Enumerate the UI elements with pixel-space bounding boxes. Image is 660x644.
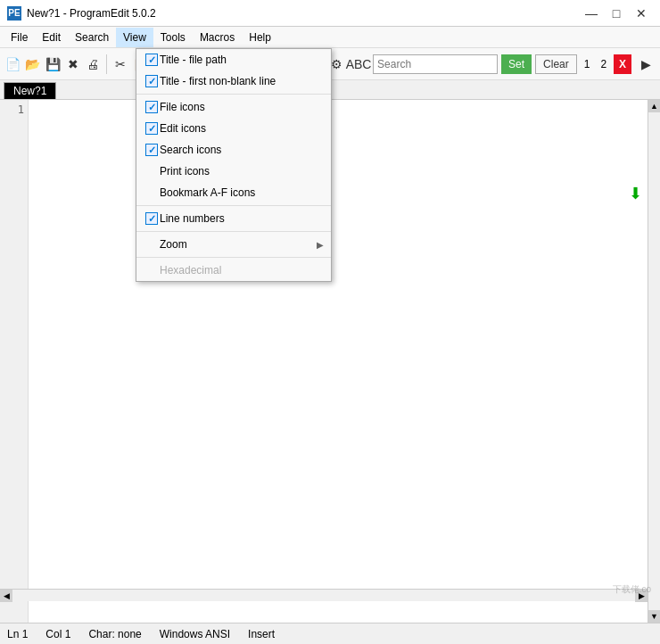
cut-button[interactable]: ✂ xyxy=(111,54,129,75)
scroll-right: ▲ ▼ xyxy=(648,100,660,623)
menu-search[interactable]: Search xyxy=(68,28,116,47)
check-file-icons: ✓ xyxy=(144,100,160,114)
label-bookmark-icons: Bookmark A-F icons xyxy=(160,186,324,199)
bookmark-1-button[interactable]: 1 xyxy=(581,58,594,70)
close-button[interactable]: ✕ xyxy=(630,4,653,22)
window-title: New?1 - ProgramEdit 5.0.2 xyxy=(27,7,156,20)
bookmark-arrow: ⬇ xyxy=(629,184,642,203)
search-input-wrapper xyxy=(373,54,498,74)
spell-button[interactable]: ABC xyxy=(348,54,369,75)
x-button[interactable]: X xyxy=(614,54,631,74)
menu-title-filepath[interactable]: ✓ Title - file path xyxy=(136,49,331,70)
label-title-filepath: Title - file path xyxy=(160,54,324,66)
check-title-nonblank: ✓ xyxy=(144,74,160,88)
line-number-1: 1 xyxy=(0,103,24,116)
check-zoom xyxy=(144,237,160,252)
menu-search-icons[interactable]: ✓ Search icons xyxy=(136,139,331,161)
new-file-button[interactable]: 📄 xyxy=(4,54,21,75)
menu-bar: File Edit Search View Tools Macros Help xyxy=(0,27,660,48)
check-search-icons: ✓ xyxy=(144,143,160,157)
label-edit-icons: Edit icons xyxy=(160,122,324,135)
save-file-button[interactable]: 💾 xyxy=(44,54,62,75)
tab-new1[interactable]: New?1 xyxy=(4,82,56,99)
check-print-icons xyxy=(144,164,160,178)
menu-view[interactable]: View xyxy=(116,28,153,47)
menu-tools[interactable]: Tools xyxy=(153,28,193,47)
extra-button[interactable]: ▶ xyxy=(635,54,656,75)
menu-edit-icons[interactable]: ✓ Edit icons xyxy=(136,118,331,139)
status-char: Char: none xyxy=(88,628,141,640)
separator-view-4 xyxy=(136,257,331,258)
bookmark-2-button[interactable]: 2 xyxy=(597,58,610,70)
check-title-filepath: ✓ xyxy=(144,53,160,67)
check-hexadecimal xyxy=(144,263,160,277)
maximize-button[interactable]: □ xyxy=(605,4,628,22)
separator-view-2 xyxy=(136,205,331,206)
scroll-left-button[interactable]: ◀ xyxy=(0,590,12,602)
status-col: Col 1 xyxy=(45,628,70,640)
menu-line-numbers[interactable]: ✓ Line numbers xyxy=(136,208,331,229)
watermark: 下载佬.co xyxy=(613,583,651,596)
menu-file[interactable]: File xyxy=(4,28,35,47)
menu-edit[interactable]: Edit xyxy=(35,28,68,47)
separator-view-1 xyxy=(136,94,331,95)
status-encoding: Windows ANSI xyxy=(160,628,230,640)
status-bar: Ln 1 Col 1 Char: none Windows ANSI Inser… xyxy=(0,623,660,644)
clear-button[interactable]: Clear xyxy=(535,54,577,74)
separator-view-3 xyxy=(136,231,331,232)
menu-bookmark-icons[interactable]: Bookmark A-F icons xyxy=(136,182,331,203)
label-file-icons: File icons xyxy=(160,101,324,113)
check-edit-icons: ✓ xyxy=(144,121,160,136)
editor-body[interactable] xyxy=(29,100,648,623)
menu-title-nonblank[interactable]: ✓ Title - first non-blank line xyxy=(136,70,331,92)
menu-hexadecimal[interactable]: Hexadecimal xyxy=(136,260,331,281)
label-search-icons: Search icons xyxy=(160,144,324,156)
menu-file-icons[interactable]: ✓ File icons xyxy=(136,96,331,118)
label-line-numbers: Line numbers xyxy=(160,212,324,225)
search-area: Set Clear 1 2 X ▶ xyxy=(373,54,656,75)
set-button[interactable]: Set xyxy=(501,54,532,74)
print-button[interactable]: 🖨 xyxy=(84,54,102,75)
separator-1 xyxy=(106,54,107,74)
menu-zoom[interactable]: Zoom ▶ xyxy=(136,234,331,255)
app-icon: PE xyxy=(7,6,21,21)
open-file-button[interactable]: 📂 xyxy=(23,54,41,75)
menu-print-icons[interactable]: Print icons xyxy=(136,161,331,182)
zoom-submenu-arrow: ▶ xyxy=(317,240,324,250)
check-line-numbers: ✓ xyxy=(144,211,160,226)
check-bookmark-icons xyxy=(144,186,160,200)
status-ln: Ln 1 xyxy=(7,628,28,640)
scroll-bottom: ◀ ▶ xyxy=(0,589,648,601)
minimize-button[interactable]: — xyxy=(580,4,603,22)
line-numbers: 1 xyxy=(0,100,29,623)
scroll-down-button[interactable]: ▼ xyxy=(648,610,661,623)
scroll-up-button[interactable]: ▲ xyxy=(648,100,661,112)
menu-help[interactable]: Help xyxy=(242,28,278,47)
close-file-button[interactable]: ✖ xyxy=(63,54,81,75)
label-title-nonblank: Title - first non-blank line xyxy=(160,75,324,87)
status-mode: Insert xyxy=(248,628,275,640)
label-zoom: Zoom xyxy=(160,238,317,251)
view-dropdown-menu: ✓ Title - file path ✓ Title - first non-… xyxy=(136,48,332,282)
title-bar: PE New?1 - ProgramEdit 5.0.2 — □ ✕ xyxy=(0,0,660,27)
search-input[interactable] xyxy=(374,55,497,73)
menu-macros[interactable]: Macros xyxy=(193,28,242,47)
scroll-track-h[interactable] xyxy=(12,590,635,601)
label-hexadecimal: Hexadecimal xyxy=(160,264,324,277)
label-print-icons: Print icons xyxy=(160,165,324,178)
